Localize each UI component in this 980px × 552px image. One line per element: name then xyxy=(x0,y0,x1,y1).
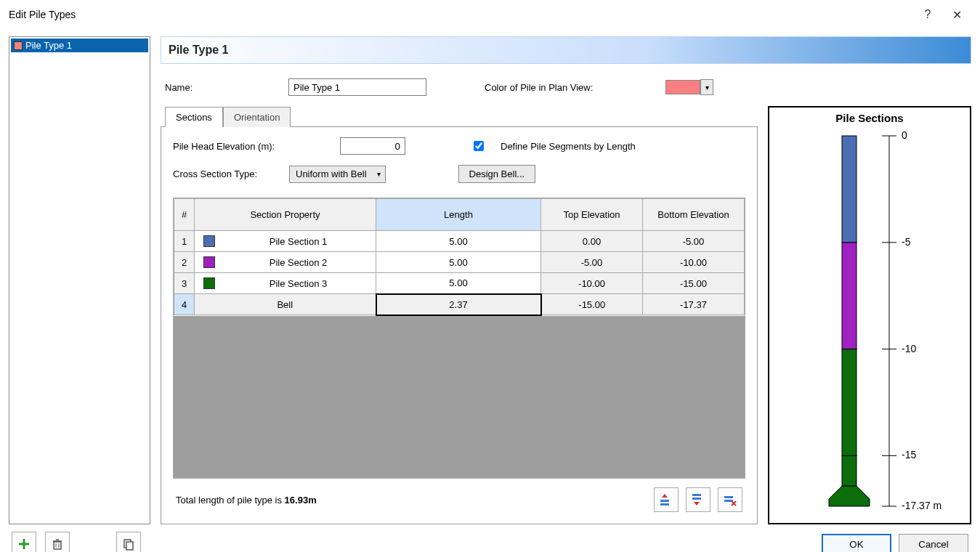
table-row[interactable]: 1 Pile Section 1 5.00 0.00 -5.00 xyxy=(174,231,745,252)
crosssection-dropdown[interactable]: Uniform with Bell ▾ xyxy=(289,166,386,183)
delete-row-icon xyxy=(723,492,737,507)
pile-type-item[interactable]: Pile Type 1 xyxy=(11,38,148,52)
head-elev-input[interactable] xyxy=(340,137,405,155)
cancel-button[interactable]: Cancel xyxy=(899,534,968,552)
col-bottom[interactable]: Bottom Elevation xyxy=(643,199,745,231)
svg-rect-8 xyxy=(842,349,857,456)
pile-sections-diagram: 0-5-10-15-17.37 m xyxy=(769,129,970,521)
section-color-icon xyxy=(203,235,215,247)
chevron-down-icon: ▾ xyxy=(700,79,713,95)
color-picker[interactable]: ▾ xyxy=(665,79,713,95)
help-button[interactable]: ? xyxy=(913,8,942,21)
total-length-text: Total length of pile type is 16.93m xyxy=(176,495,647,506)
preview-title: Pile Sections xyxy=(769,107,970,129)
titlebar: Edit Pile Types ? ✕ xyxy=(0,0,980,29)
design-bell-button[interactable]: Design Bell... xyxy=(458,165,536,183)
header-title: Pile Type 1 xyxy=(169,44,228,57)
pile-type-label: Pile Type 1 xyxy=(25,40,72,51)
svg-rect-4 xyxy=(724,496,733,498)
svg-rect-3 xyxy=(692,498,701,500)
pile-type-list[interactable]: Pile Type 1 xyxy=(9,36,150,524)
define-by-length-label: Define Pile Segments by Length xyxy=(501,141,636,152)
chevron-down-icon: ▾ xyxy=(373,170,385,178)
pile-color-swatch xyxy=(14,41,23,50)
name-label: Name: xyxy=(165,82,267,93)
insert-below-icon xyxy=(691,492,705,507)
table-row[interactable]: 2 Pile Section 2 5.00 -5.00 -10.00 xyxy=(174,252,745,273)
insert-row-below-button[interactable] xyxy=(686,487,710,512)
col-num[interactable]: # xyxy=(174,199,195,231)
add-pile-type-button[interactable] xyxy=(12,532,36,552)
insert-row-above-button[interactable] xyxy=(654,487,679,512)
name-input[interactable] xyxy=(288,78,426,96)
svg-rect-2 xyxy=(692,494,701,496)
close-button[interactable]: ✕ xyxy=(942,8,971,22)
svg-rect-6 xyxy=(842,136,857,243)
svg-text:-15: -15 xyxy=(902,449,916,460)
color-preview xyxy=(665,80,700,94)
delete-row-button[interactable] xyxy=(718,487,742,512)
svg-rect-9 xyxy=(842,455,857,486)
svg-text:-5: -5 xyxy=(902,236,911,248)
head-elev-label: Pile Head Elevation (m): xyxy=(173,141,325,152)
svg-rect-21 xyxy=(54,542,61,549)
copy-pile-type-button[interactable] xyxy=(116,532,141,552)
col-prop[interactable]: Section Property xyxy=(195,199,376,231)
svg-rect-7 xyxy=(842,243,857,349)
plus-icon xyxy=(17,537,31,551)
svg-rect-23 xyxy=(126,542,133,550)
svg-text:-17.37 m: -17.37 m xyxy=(902,500,941,511)
trash-icon xyxy=(51,537,64,551)
svg-text:-10: -10 xyxy=(902,343,916,354)
crosssection-label: Cross Section Type: xyxy=(173,169,275,179)
define-by-length-checkbox[interactable] xyxy=(474,141,484,151)
crosssection-value: Uniform with Bell xyxy=(290,169,373,179)
insert-above-icon xyxy=(659,492,673,507)
copy-icon xyxy=(122,537,135,551)
section-color-icon xyxy=(203,277,215,289)
section-color-icon xyxy=(203,256,215,268)
window-title: Edit Pile Types xyxy=(9,9,913,20)
color-label: Color of Pile in Plan View: xyxy=(485,82,593,93)
svg-text:0: 0 xyxy=(902,129,907,141)
delete-pile-type-button[interactable] xyxy=(45,532,70,552)
ok-button[interactable]: OK xyxy=(822,534,891,552)
svg-rect-0 xyxy=(660,500,669,502)
col-length[interactable]: Length xyxy=(376,199,541,231)
pile-preview: Pile Sections 0-5-10-15-17.37 m xyxy=(768,106,971,524)
svg-rect-1 xyxy=(660,503,669,506)
header-bar: Pile Type 1 xyxy=(161,36,971,64)
table-row[interactable]: 3 Pile Section 3 5.00 -10.00 -15.00 xyxy=(174,273,745,294)
table-filler xyxy=(174,316,745,479)
sections-table[interactable]: # Section Property Length Top Elevation … xyxy=(173,198,745,479)
table-row[interactable]: 4 Bell 2.37 -15.00 -17.37 xyxy=(174,294,745,315)
tab-sections[interactable]: Sections xyxy=(165,107,223,127)
tab-orientation[interactable]: Orientation xyxy=(223,107,291,127)
col-top[interactable]: Top Elevation xyxy=(541,199,643,231)
